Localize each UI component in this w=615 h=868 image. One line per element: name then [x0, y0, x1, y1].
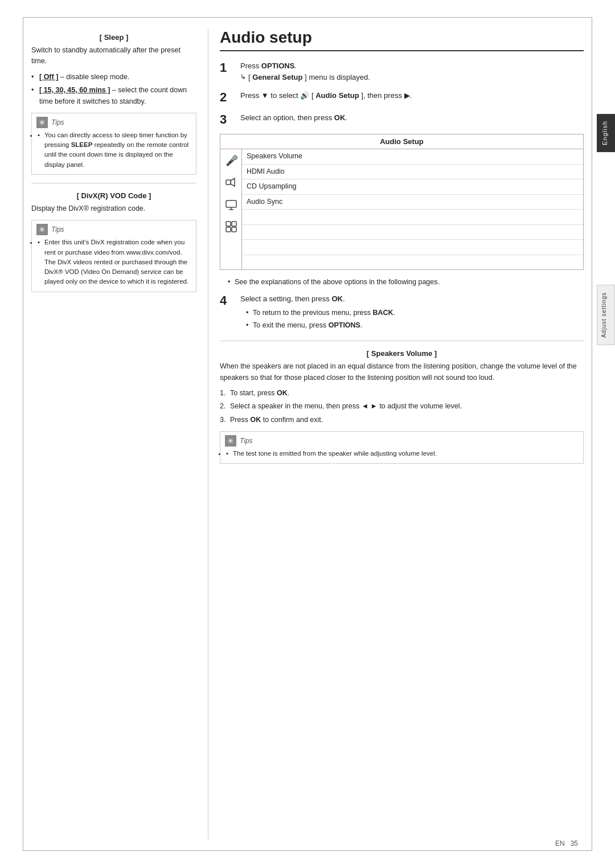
- page-footer: EN 35: [555, 840, 578, 847]
- page-number: 35: [571, 840, 578, 847]
- svg-rect-8: [226, 227, 231, 232]
- step-4: 4 Select a setting, then press OK. To re…: [220, 293, 584, 333]
- arrow-icon-1: ↳: [240, 72, 246, 83]
- language-label: EN: [555, 840, 565, 847]
- svg-rect-9: [232, 227, 236, 232]
- step-4-bullet-1: To return to the previous menu, press BA…: [246, 308, 584, 318]
- audio-row-6: [242, 225, 583, 240]
- svg-rect-6: [226, 222, 231, 226]
- audio-row-5: [242, 210, 583, 225]
- tips-box-2: ✳ Tips Enter this unit's DivX registrati…: [31, 220, 196, 292]
- speakers-volume-text: When the speakers are not placed in an e…: [220, 361, 584, 383]
- tips-box-1: ✳ Tips You can directly access to sleep …: [31, 113, 196, 175]
- audio-table-rows: Speakers Volume HDMI Audio CD Upsampling…: [242, 149, 583, 269]
- audio-row-8: [242, 255, 583, 270]
- step-1-sub: ↳ [ General Setup ] menu is displayed.: [240, 72, 584, 83]
- audio-setup-title: Audio setup: [220, 28, 584, 51]
- audio-table-header: Audio Setup: [220, 134, 583, 149]
- divider-right-1: [220, 341, 584, 341]
- tips-star-icon-2: ✳: [36, 224, 48, 235]
- svg-rect-1: [226, 180, 231, 185]
- see-note-text: See the explanations of the above option…: [228, 277, 584, 288]
- sleep-heading: [ Sleep ]: [31, 33, 196, 42]
- right-column: Audio setup 1 Press OPTIONS. ↳ [ General…: [208, 28, 584, 840]
- sleep-text: Switch to standby automatically after th…: [31, 45, 196, 67]
- tips-header-2: ✳ Tips: [36, 224, 191, 235]
- page-border-bottom: [23, 850, 592, 851]
- step-2-number: 2: [220, 90, 233, 105]
- step-3-content: Select an option, then press OK.: [240, 112, 584, 124]
- step-1-content: Press OPTIONS. ↳ [ General Setup ] menu …: [240, 60, 584, 83]
- divx-heading: [ DivX(R) VOD Code ]: [31, 191, 196, 200]
- speakers-volume-heading: [ Speakers Volume ]: [220, 349, 584, 358]
- main-layout: [ Sleep ] Switch to standby automaticall…: [31, 28, 584, 840]
- tips-box-3: ✳ Tips The test tone is emitted from the…: [220, 431, 584, 464]
- page-border-right: [592, 17, 592, 851]
- step-4-content: Select a setting, then press OK. To retu…: [240, 293, 584, 333]
- tips-item-3: The test tone is emitted from the speake…: [226, 449, 579, 458]
- audio-row-4: Audio Sync: [242, 195, 583, 210]
- monitor-icon: [225, 198, 237, 212]
- divx-text: Display the DivX® registration code.: [31, 203, 196, 214]
- audio-row-7: [242, 240, 583, 255]
- speakers-volume-section: [ Speakers Volume ] When the speakers ar…: [220, 349, 584, 425]
- step-4-bullets: To return to the previous menu, press BA…: [240, 308, 584, 331]
- step-2: 2 Press ▼ to select 🔊 [ Audio Setup ], t…: [220, 90, 584, 105]
- see-note: See the explanations of the above option…: [220, 277, 584, 288]
- step-4-bullet-2: To exit the menu, press OPTIONS.: [246, 320, 584, 331]
- divx-section: [ DivX(R) VOD Code ] Display the DivX® r…: [31, 191, 196, 214]
- speaker-icon: 🎤: [225, 154, 237, 168]
- audio-row-2: HDMI Audio: [242, 165, 583, 180]
- svg-text:🎤: 🎤: [226, 154, 237, 166]
- tips-label-2: Tips: [51, 226, 64, 234]
- tips-item-2: Enter this unit's DivX registration code…: [38, 238, 191, 286]
- sleep-bullet-1: [ Off ] – disable sleep mode.: [39, 72, 196, 83]
- speakers-steps: 1. To start, press OK. 2. Select a speak…: [220, 388, 584, 425]
- page-border-left: [23, 17, 23, 851]
- audio-setup-table: Audio Setup 🎤: [220, 134, 584, 270]
- speakers-step-2: 2. Select a speaker in the menu, then pr…: [220, 401, 584, 412]
- speakers-step-3: 3. Press OK to confirm and exit.: [220, 415, 584, 425]
- page-border-top: [23, 17, 592, 18]
- tips-header-3: ✳ Tips: [225, 435, 579, 447]
- step-2-content: Press ▼ to select 🔊 [ Audio Setup ], the…: [240, 90, 584, 101]
- grid-icon: [225, 220, 237, 235]
- svg-rect-3: [226, 200, 236, 207]
- audio-table-body: 🎤: [220, 149, 583, 269]
- speakers-step-1: 1. To start, press OK.: [220, 388, 584, 399]
- divider-1: [31, 183, 196, 183]
- tips-item-1: You can directly access to sleep timer f…: [38, 130, 191, 170]
- tips-label-3: Tips: [240, 437, 253, 445]
- step-1: 1 Press OPTIONS. ↳ [ General Setup ] men…: [220, 60, 584, 83]
- tips-header-1: ✳ Tips: [36, 117, 191, 128]
- left-column: [ Sleep ] Switch to standby automaticall…: [31, 28, 208, 840]
- audio-row-1: Speakers Volume: [242, 149, 583, 165]
- audio-icon: [225, 176, 237, 190]
- audio-row-3: CD Upsampling: [242, 179, 583, 195]
- tips-content-2: Enter this unit's DivX registration code…: [36, 238, 191, 286]
- tips-label-1: Tips: [51, 118, 64, 126]
- audio-table-icons: 🎤: [220, 149, 242, 269]
- tips-star-icon-1: ✳: [36, 117, 48, 128]
- step-1-sub-text: [ General Setup ] menu is displayed.: [248, 72, 370, 83]
- svg-marker-2: [231, 178, 235, 186]
- tips-content-1: You can directly access to sleep timer f…: [36, 130, 191, 170]
- step-3-number: 3: [220, 112, 233, 127]
- step-3: 3 Select an option, then press OK.: [220, 112, 584, 127]
- adjust-settings-tab: Adjust settings: [597, 285, 615, 345]
- step-1-number: 1: [220, 60, 233, 75]
- sleep-bullet-2: [ 15, 30, 45, 60 mins ] – select the cou…: [39, 85, 196, 107]
- sleep-section: [ Sleep ] Switch to standby automaticall…: [31, 33, 196, 107]
- english-tab: English: [597, 114, 615, 152]
- tips-content-3: The test tone is emitted from the speake…: [225, 449, 579, 458]
- step-4-number: 4: [220, 293, 233, 308]
- tips-star-icon-3: ✳: [225, 435, 236, 447]
- svg-rect-7: [232, 222, 236, 226]
- sleep-bullets: [ Off ] – disable sleep mode. [ 15, 30, …: [31, 72, 196, 107]
